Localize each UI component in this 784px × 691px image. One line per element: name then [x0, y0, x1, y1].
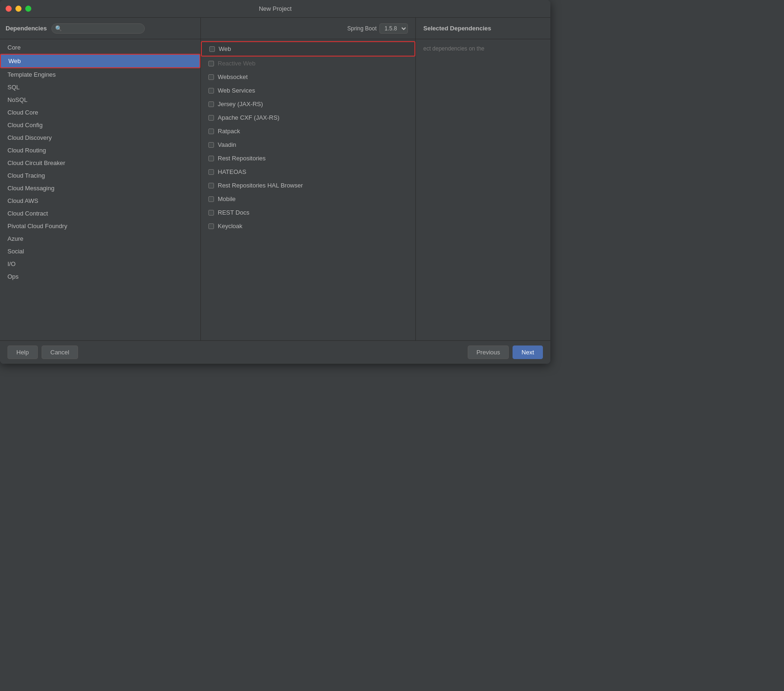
sidebar-item-cloud-messaging[interactable]: Cloud Messaging [0, 182, 200, 194]
close-button[interactable] [6, 6, 12, 12]
dep-label-rest-docs: REST Docs [218, 209, 249, 216]
dep-item-websocket[interactable]: Websocket [201, 70, 415, 84]
dep-label-ratpack: Ratpack [218, 128, 240, 135]
title-bar: New Project [0, 0, 550, 18]
dep-item-rest-repositories-hal[interactable]: Rest Repositories HAL Browser [201, 179, 415, 192]
dep-label-jersey: Jersey (JAX-RS) [218, 101, 263, 108]
sidebar-item-cloud-config[interactable]: Cloud Config [0, 119, 200, 131]
dependencies-list: WebReactive WebWebsocketWeb ServicesJers… [201, 39, 415, 340]
main-content: CoreWebTemplate EnginesSQLNoSQLCloud Cor… [0, 39, 550, 340]
minimize-button[interactable] [15, 6, 21, 12]
spring-boot-label: Spring Boot [347, 25, 377, 32]
selected-dependencies-label: Selected Dependencies [423, 25, 491, 32]
sidebar-item-nosql[interactable]: NoSQL [0, 94, 200, 106]
dep-checkbox-vaadin[interactable] [208, 142, 214, 148]
sidebar-item-cloud-core[interactable]: Cloud Core [0, 106, 200, 119]
sidebar-item-azure[interactable]: Azure [0, 232, 200, 245]
cancel-button[interactable]: Cancel [42, 346, 78, 359]
search-input[interactable] [51, 23, 145, 34]
dep-item-hateoas[interactable]: HATEOAS [201, 165, 415, 179]
sidebar-item-social[interactable]: Social [0, 245, 200, 258]
dep-checkbox-reactive-web[interactable] [208, 61, 214, 66]
previous-button[interactable]: Previous [468, 346, 509, 359]
sidebar-item-template-engines[interactable]: Template Engines [0, 68, 200, 81]
window-title: New Project [259, 5, 292, 12]
dep-checkbox-keycloak[interactable] [208, 223, 214, 229]
dep-item-rest-docs[interactable]: REST Docs [201, 206, 415, 219]
dep-checkbox-mobile[interactable] [208, 196, 214, 202]
dep-label-rest-repositories-hal: Rest Repositories HAL Browser [218, 182, 303, 189]
sidebar-item-pivotal-cloud-foundry[interactable]: Pivotal Cloud Foundry [0, 220, 200, 232]
sidebar-item-sql[interactable]: SQL [0, 81, 200, 94]
dep-checkbox-ratpack[interactable] [208, 129, 214, 134]
right-panel: ect dependencies on the [416, 39, 550, 340]
dep-label-hateoas: HATEOAS [218, 168, 246, 175]
dep-label-keycloak: Keycloak [218, 223, 242, 230]
dep-item-mobile[interactable]: Mobile [201, 192, 415, 206]
dep-label-rest-repositories: Rest Repositories [218, 155, 266, 162]
sidebar-item-io[interactable]: I/O [0, 258, 200, 270]
dep-checkbox-websocket[interactable] [208, 74, 214, 80]
dep-item-keycloak[interactable]: Keycloak [201, 219, 415, 233]
sidebar-item-core[interactable]: Core [0, 41, 200, 54]
bottom-left-buttons: Help Cancel [7, 346, 78, 359]
dep-item-vaadin[interactable]: Vaadin [201, 138, 415, 151]
dep-checkbox-jersey[interactable] [208, 101, 214, 107]
dep-label-vaadin: Vaadin [218, 141, 236, 148]
bottom-right-buttons: Previous Next [468, 346, 543, 359]
sidebar-item-cloud-routing[interactable]: Cloud Routing [0, 144, 200, 157]
spring-boot-version-select[interactable]: 1.5.8 2.0.0 [379, 23, 408, 34]
dep-checkbox-apache-cxf[interactable] [208, 115, 214, 121]
search-container: 🔍 [51, 23, 145, 34]
dep-item-web[interactable]: Web [201, 41, 415, 57]
dep-checkbox-rest-docs[interactable] [208, 210, 214, 216]
sidebar-item-cloud-aws[interactable]: Cloud AWS [0, 194, 200, 207]
dep-item-jersey[interactable]: Jersey (JAX-RS) [201, 97, 415, 111]
dep-checkbox-hateoas[interactable] [208, 169, 214, 175]
sidebar-item-cloud-circuit-breaker[interactable]: Cloud Circuit Breaker [0, 157, 200, 169]
dep-label-web: Web [219, 45, 231, 52]
search-icon: 🔍 [55, 25, 62, 32]
dep-item-apache-cxf[interactable]: Apache CXF (JAX-RS) [201, 111, 415, 124]
dep-checkbox-web[interactable] [209, 46, 215, 52]
dep-item-rest-repositories[interactable]: Rest Repositories [201, 151, 415, 165]
help-button[interactable]: Help [7, 346, 38, 359]
dep-label-reactive-web: Reactive Web [218, 60, 256, 67]
middle-panel: WebReactive WebWebsocketWeb ServicesJers… [201, 39, 416, 340]
dep-item-web-services[interactable]: Web Services [201, 84, 415, 97]
sidebar-item-cloud-tracing[interactable]: Cloud Tracing [0, 169, 200, 182]
sidebar-item-cloud-contract[interactable]: Cloud Contract [0, 207, 200, 220]
dep-checkbox-web-services[interactable] [208, 88, 214, 94]
dep-checkbox-rest-repositories-hal[interactable] [208, 183, 214, 188]
sidebar-item-web[interactable]: Web [0, 54, 200, 68]
dep-item-ratpack[interactable]: Ratpack [201, 124, 415, 138]
dep-label-websocket: Websocket [218, 73, 248, 80]
right-panel-hint: ect dependencies on the [423, 45, 543, 53]
dep-checkbox-rest-repositories[interactable] [208, 156, 214, 161]
dep-label-web-services: Web Services [218, 87, 255, 94]
sidebar-item-ops[interactable]: Ops [0, 270, 200, 283]
next-button[interactable]: Next [513, 346, 543, 359]
maximize-button[interactable] [25, 6, 31, 12]
dep-label-mobile: Mobile [218, 195, 235, 202]
bottom-bar: Help Cancel Previous Next [0, 340, 550, 364]
window-controls [6, 6, 31, 12]
dependencies-label: Dependencies [6, 25, 47, 32]
sidebar-item-cloud-discovery[interactable]: Cloud Discovery [0, 131, 200, 144]
left-panel: CoreWebTemplate EnginesSQLNoSQLCloud Cor… [0, 39, 201, 340]
dep-label-apache-cxf: Apache CXF (JAX-RS) [218, 114, 279, 121]
dep-item-reactive-web[interactable]: Reactive Web [201, 57, 415, 70]
categories-list: CoreWebTemplate EnginesSQLNoSQLCloud Cor… [0, 39, 200, 340]
